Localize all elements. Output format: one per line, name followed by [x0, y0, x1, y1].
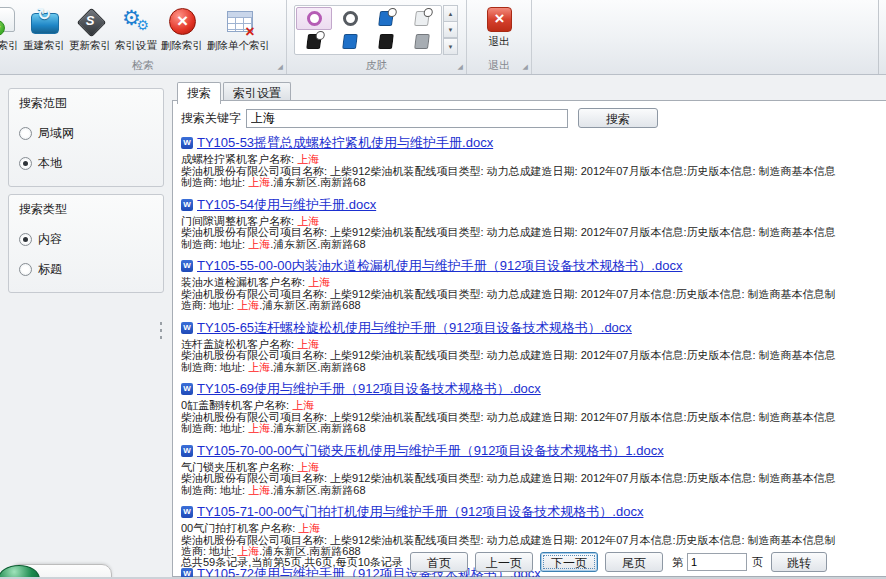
first-page-button[interactable]: 首页	[410, 552, 468, 572]
skin-black-icon	[378, 34, 394, 49]
next-page-button[interactable]: 下一页	[540, 552, 598, 572]
gallery-up-icon[interactable]: ▲	[443, 5, 458, 22]
update-index-button[interactable]: 更新索引	[67, 4, 113, 54]
search-result: W TY105-54使用与维护手册.docx 门间隙调整机客户名称: 上海柴油机…	[181, 196, 879, 251]
jump-button[interactable]: 跳转	[771, 552, 827, 572]
gallery-more-icon[interactable]: ▼	[443, 38, 458, 55]
tab-strip: 搜索索引设置	[172, 82, 886, 100]
index-settings-button[interactable]: 索引设置	[113, 4, 159, 54]
dialog-launcher-icon[interactable]: ◢	[458, 63, 463, 70]
skin-blue-clock-icon	[378, 11, 394, 26]
skin-blue-icon	[342, 34, 358, 49]
result-title-link[interactable]: TY105-55-00-00内装油水道检漏机使用与维护手册（912项目设备技术规…	[197, 257, 682, 275]
pagination-summary: 总共59条记录,当前第5页,共6页,每页10条记录	[181, 555, 403, 570]
result-snippet-line: 柴油机股份有限公司项目名称: 上柴912柴油机装配线项目类型: 动力总成建造日期…	[181, 227, 879, 239]
radio-option-1-1[interactable]: 标题	[19, 261, 153, 278]
radio-option-0-1[interactable]: 本地	[19, 155, 153, 172]
page-number-input[interactable]	[687, 553, 747, 571]
highlighted-keyword: 上海	[292, 400, 314, 411]
result-title-link[interactable]: TY105-65连杆螺栓旋松机使用与维护手册（912项目设备技术规格书）.doc…	[197, 319, 632, 337]
result-snippet-line: 柴油机股份有限公司项目名称: 上柴912柴油机装配线项目类型: 动力总成建造日期…	[181, 473, 879, 485]
highlighted-keyword: 上海	[248, 423, 270, 434]
search-tab-content: 搜索关键字 搜索 W TY105-53摇臂总成螺栓拧紧机使用与维护手册.docx…	[172, 100, 886, 577]
rebuild-index-icon	[28, 5, 60, 37]
result-snippet: 连杆盖旋松机客户名称: 上海柴油机股份有限公司项目名称: 上柴912柴油机装配线…	[181, 339, 879, 374]
skin-black-clock[interactable]	[296, 30, 332, 53]
skin-white-clock[interactable]	[404, 7, 440, 30]
new-index-icon	[0, 5, 19, 37]
delete-index-icon	[166, 5, 198, 37]
search-result: W TY105-70-00-00气门锁夹压机使用与维护手册（912项目设备技术规…	[181, 442, 879, 497]
result-snippet: 成螺栓拧紧机客户名称: 上海柴油机股份有限公司项目名称: 上柴912柴油机装配线…	[181, 154, 879, 189]
word-doc-icon: W	[181, 506, 193, 518]
ribbon-group-exit-label: 退出	[467, 59, 531, 71]
word-doc-icon: W	[181, 383, 193, 395]
splitter-grip[interactable]	[159, 320, 163, 342]
ribbon-group-skin-label: 皮肤	[287, 59, 466, 71]
word-doc-icon: W	[181, 445, 193, 457]
result-title-link[interactable]: TY105-70-00-00气门锁夹压机使用与维护手册（912项目设备技术规格书…	[197, 442, 664, 460]
last-page-button[interactable]: 尾页	[605, 552, 663, 572]
result-title-link[interactable]: TY105-53摇臂总成螺栓拧紧机使用与维护手册.docx	[197, 134, 493, 152]
clock-badge-icon	[315, 31, 325, 40]
gallery-down-icon[interactable]: ▼	[443, 22, 458, 38]
result-snippet-line: 连杆盖旋松机客户名称: 上海	[181, 339, 879, 351]
highlighted-keyword: 上海	[308, 277, 330, 288]
exit-button[interactable]: 退出	[475, 5, 523, 49]
new-index-button[interactable]: 建索引	[0, 4, 21, 54]
sidebar: 搜索范围 局域网 本地 搜索类型 内容 标题	[8, 88, 164, 300]
dialog-launcher-icon[interactable]: ◢	[523, 63, 528, 70]
search-bar: 搜索关键字 搜索	[173, 101, 886, 133]
skin-gray-icon	[414, 34, 430, 49]
result-title-link[interactable]: TY105-54使用与维护手册.docx	[197, 196, 376, 214]
highlighted-keyword: 上海	[248, 239, 270, 250]
skin-black[interactable]	[368, 30, 404, 53]
result-title-link[interactable]: TY105-71-00-00气门拍打机使用与维护手册（912项目设备技术规格书）…	[197, 503, 643, 521]
radio-option-0-0[interactable]: 局域网	[19, 125, 153, 142]
ribbon-group-skin: ▲ ▼ ▼ 皮肤 ◢	[287, 0, 467, 74]
search-result: W TY105-53摇臂总成螺栓拧紧机使用与维护手册.docx 成螺栓拧紧机客户…	[181, 134, 879, 189]
result-snippet: 0缸盖翻转机客户名称: 上海柴油机股份有限公司项目名称: 上柴912柴油机装配线…	[181, 400, 879, 435]
search-button[interactable]: 搜索	[578, 108, 658, 128]
radio-icon	[19, 233, 32, 246]
delete-index-button[interactable]: 删除索引	[159, 4, 205, 54]
result-snippet-line: 柴油机股份有限公司项目名称: 上柴912柴油机装配线项目类型: 动力总成建造日期…	[181, 350, 879, 362]
search-result: W TY105-55-00-00内装油水道检漏机使用与维护手册（912项目设备技…	[181, 257, 879, 312]
result-snippet-line: 造商: 地址: 上海.浦东新区.南新路688	[181, 300, 879, 312]
sidebar-group-title: 搜索范围	[19, 95, 153, 112]
dialog-launcher-icon[interactable]: ◢	[278, 63, 283, 70]
ribbon: 建索引 重建索引 更新索引 索引设置 删除索引 删除单个索引 检索 ◢ ▲	[0, 0, 886, 75]
tab-1[interactable]: 索引设置	[223, 82, 291, 100]
sidebar-group-title: 搜索类型	[19, 201, 153, 218]
skin-blue[interactable]	[332, 30, 368, 53]
skin-dark-ring[interactable]	[332, 7, 368, 30]
highlighted-keyword: 上海	[248, 362, 270, 373]
highlighted-keyword: 上海	[237, 300, 259, 311]
result-snippet-line: 柴油机股份有限公司项目名称: 上柴912柴油机装配线项目类型: 动力总成建造日期…	[181, 412, 879, 424]
result-snippet-line: 制造商: 地址: 上海.浦东新区.南新路68	[181, 177, 879, 189]
skin-purple-ring-icon	[307, 11, 322, 26]
skin-blue-clock[interactable]	[368, 7, 404, 30]
skin-gray[interactable]	[404, 30, 440, 53]
delete-single-button[interactable]: 删除单个索引	[205, 4, 272, 54]
result-snippet-line: 柴油机股份有限公司项目名称: 上柴912柴油机装配线项目类型: 动力总成建造日期…	[181, 166, 879, 178]
result-title-link[interactable]: TY105-69使用与维护手册（912项目设备技术规格书）.docx	[197, 380, 541, 398]
tab-0[interactable]: 搜索	[177, 82, 221, 104]
result-snippet-line: 制造商: 地址: 上海.浦东新区.南新路68	[181, 423, 879, 435]
skin-dark-ring-icon	[343, 11, 358, 26]
radio-icon	[19, 263, 32, 276]
search-result: W TY105-65连杆螺栓旋松机使用与维护手册（912项目设备技术规格书）.d…	[181, 319, 879, 374]
skin-gallery	[294, 5, 442, 55]
search-input[interactable]	[246, 109, 568, 128]
radio-option-1-0[interactable]: 内容	[19, 231, 153, 248]
ribbon-edge-divider	[878, 0, 879, 74]
prev-page-button[interactable]: 上一页	[475, 552, 533, 572]
sidebar-group: 搜索范围 局域网 本地	[8, 88, 164, 187]
result-snippet-line: 制造商: 地址: 上海.浦东新区.南新路68	[181, 485, 879, 497]
highlighted-keyword: 上海	[248, 485, 270, 496]
rebuild-index-button[interactable]: 重建索引	[21, 4, 67, 54]
skin-purple-ring[interactable]	[296, 7, 332, 30]
page-prefix-label: 第	[672, 555, 683, 570]
update-index-icon	[74, 5, 106, 37]
gallery-scroll: ▲ ▼ ▼	[443, 5, 458, 55]
